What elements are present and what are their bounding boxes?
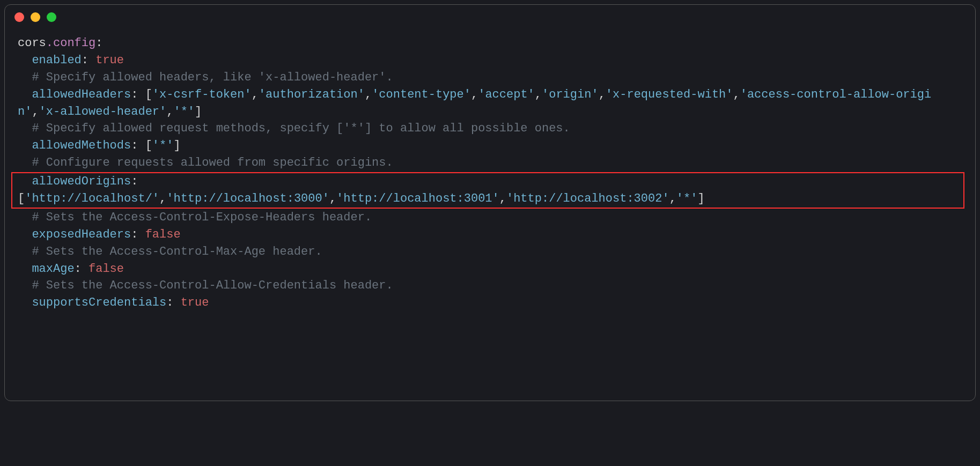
yaml-value: true xyxy=(95,54,124,67)
comma: , xyxy=(329,192,336,205)
code-comment: # Configure requests allowed from specif… xyxy=(32,156,393,169)
comma: , xyxy=(733,88,740,101)
code-token: : xyxy=(131,88,145,101)
code-comment: # Sets the Access-Control-Expose-Headers… xyxy=(32,211,372,224)
string-literal: '*' xyxy=(152,139,174,152)
string-literal: 'x-requested-with' xyxy=(606,88,733,101)
code-token: [ xyxy=(145,88,152,101)
string-literal: 'http://localhost:3001' xyxy=(336,192,499,205)
code-token: : xyxy=(131,139,145,152)
code-token: : xyxy=(131,175,138,188)
string-literal: 'x-allowed-header' xyxy=(39,105,167,119)
maximize-icon[interactable] xyxy=(47,12,56,22)
string-literal: '*' xyxy=(676,192,698,205)
comma: , xyxy=(599,88,606,101)
string-literal: 'authorization' xyxy=(259,88,365,101)
yaml-key-max-age: maxAge xyxy=(32,262,74,276)
highlighted-region: allowedOrigins: ['http://localhost/','ht… xyxy=(11,172,964,209)
yaml-key-allowed-headers: allowedHeaders xyxy=(32,88,131,101)
yaml-key-supports-credentials: supportsCredentials xyxy=(32,296,166,309)
code-token: : xyxy=(95,36,102,50)
code-token: [ xyxy=(145,139,152,152)
string-literal: 'http://localhost:3000' xyxy=(166,192,329,205)
code-token: : xyxy=(82,54,95,67)
minimize-icon[interactable] xyxy=(31,12,40,22)
comma: , xyxy=(32,105,39,119)
code-token: : xyxy=(75,262,89,276)
yaml-key-enabled: enabled xyxy=(32,54,81,67)
code-token: : xyxy=(131,228,145,241)
comma: , xyxy=(252,88,259,101)
yaml-key-allowed-methods: allowedMethods xyxy=(32,139,131,152)
comma: , xyxy=(669,192,676,205)
code-comment: # Specify allowed request methods, speci… xyxy=(32,122,570,135)
code-token: [ xyxy=(18,192,25,205)
code-comment: # Sets the Access-Control-Max-Age header… xyxy=(32,245,322,258)
yaml-value: true xyxy=(181,296,209,309)
string-literal: 'content-type' xyxy=(372,88,471,101)
string-literal: 'http://localhost/' xyxy=(25,192,159,205)
yaml-value: false xyxy=(89,262,124,276)
close-icon[interactable] xyxy=(14,12,24,22)
string-literal: 'x-csrf-token' xyxy=(152,88,252,101)
string-literal: '*' xyxy=(173,105,195,119)
yaml-value: false xyxy=(145,228,181,241)
comma: , xyxy=(471,88,478,101)
code-token: ] xyxy=(195,105,202,119)
window-titlebar xyxy=(5,5,975,25)
string-literal: 'origin' xyxy=(542,88,599,101)
comma: , xyxy=(365,88,372,101)
code-token: ] xyxy=(173,139,180,152)
comma: , xyxy=(159,192,166,205)
allowed-methods-list: '*' xyxy=(152,139,174,152)
comma: , xyxy=(166,105,173,119)
code-editor[interactable]: cors.config: enabled: true # Specify all… xyxy=(5,25,975,333)
code-window: cors.config: enabled: true # Specify all… xyxy=(4,4,976,401)
allowed-origins-list: 'http://localhost/','http://localhost:30… xyxy=(25,192,697,205)
code-token: cors xyxy=(18,36,46,50)
yaml-key-exposed-headers: exposedHeaders xyxy=(32,228,131,241)
code-comment: # Specify allowed headers, like 'x-allow… xyxy=(32,71,393,84)
code-token: : xyxy=(166,296,180,309)
comma: , xyxy=(535,88,542,101)
comma: , xyxy=(499,192,506,205)
code-token: ] xyxy=(697,192,704,205)
yaml-key-allowed-origins: allowedOrigins xyxy=(32,175,131,188)
string-literal: 'accept' xyxy=(478,88,535,101)
allowed-headers-list: 'x-csrf-token','authorization','content-… xyxy=(18,88,931,119)
code-token: .config xyxy=(46,36,95,50)
string-literal: 'http://localhost:3002' xyxy=(506,192,669,205)
code-comment: # Sets the Access-Control-Allow-Credenti… xyxy=(32,279,393,292)
